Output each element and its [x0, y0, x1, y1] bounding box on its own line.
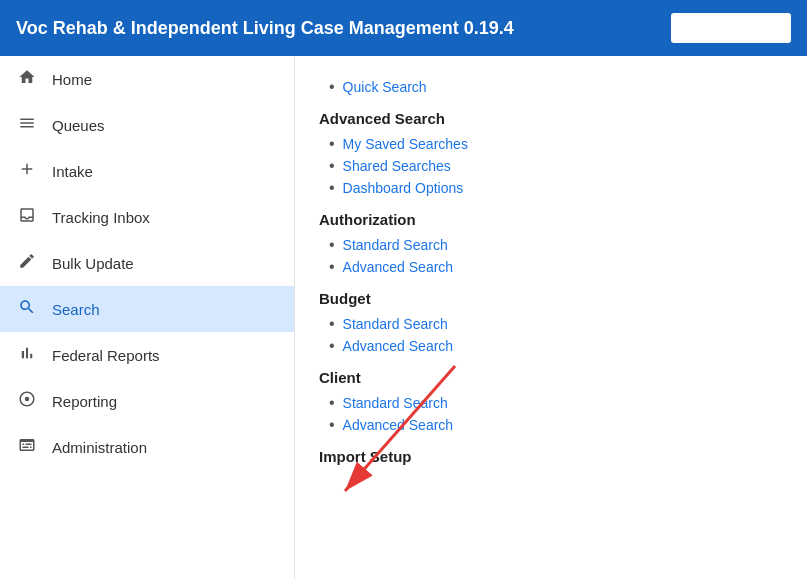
sidebar-item-tracking-inbox[interactable]: Tracking Inbox: [0, 194, 294, 240]
reporting-icon: [16, 390, 38, 412]
list-item: Standard Search: [329, 392, 783, 414]
list-item: Quick Search: [329, 76, 783, 98]
client-standard-search-link[interactable]: Standard Search: [343, 395, 448, 411]
client-heading: Client: [319, 369, 783, 386]
client-advanced-search-link[interactable]: Advanced Search: [343, 417, 454, 433]
list-item: Standard Search: [329, 313, 783, 335]
sidebar-label-home: Home: [52, 71, 92, 88]
app-layout: Home Queues Intake Tracking Inbox: [0, 56, 807, 579]
sidebar-label-search: Search: [52, 301, 100, 318]
list-item: Dashboard Options: [329, 177, 783, 199]
dashboard-options-link[interactable]: Dashboard Options: [343, 180, 464, 196]
intake-icon: [16, 160, 38, 182]
authorization-standard-search-link[interactable]: Standard Search: [343, 237, 448, 253]
sidebar-item-intake[interactable]: Intake: [0, 148, 294, 194]
header-search-box[interactable]: [671, 13, 791, 43]
main-content: Quick Search Advanced Search My Saved Se…: [295, 56, 807, 579]
list-item: My Saved Searches: [329, 133, 783, 155]
tracking-inbox-icon: [16, 206, 38, 228]
my-saved-searches-link[interactable]: My Saved Searches: [343, 136, 468, 152]
shared-searches-link[interactable]: Shared Searches: [343, 158, 451, 174]
authorization-advanced-search-link[interactable]: Advanced Search: [343, 259, 454, 275]
sidebar-item-home[interactable]: Home: [0, 56, 294, 102]
search-icon: [16, 298, 38, 320]
budget-list: Standard Search Advanced Search: [329, 313, 783, 357]
sidebar-item-bulk-update[interactable]: Bulk Update: [0, 240, 294, 286]
home-icon: [16, 68, 38, 90]
sidebar-item-queues[interactable]: Queues: [0, 102, 294, 148]
list-item: Advanced Search: [329, 256, 783, 278]
import-setup-heading: Import Setup: [319, 448, 783, 465]
advanced-search-list: My Saved Searches Shared Searches Dashbo…: [329, 133, 783, 199]
authorization-heading: Authorization: [319, 211, 783, 228]
list-item: Standard Search: [329, 234, 783, 256]
sidebar-label-reporting: Reporting: [52, 393, 117, 410]
sidebar: Home Queues Intake Tracking Inbox: [0, 56, 295, 579]
client-list: Standard Search Advanced Search: [329, 392, 783, 436]
federal-reports-icon: [16, 344, 38, 366]
list-item: Advanced Search: [329, 335, 783, 357]
bulk-update-icon: [16, 252, 38, 274]
svg-point-0: [25, 397, 30, 402]
sidebar-label-administration: Administration: [52, 439, 147, 456]
administration-icon: [16, 436, 38, 458]
sidebar-item-search[interactable]: Search: [0, 286, 294, 332]
advanced-search-heading: Advanced Search: [319, 110, 783, 127]
sidebar-label-federal-reports: Federal Reports: [52, 347, 160, 364]
budget-heading: Budget: [319, 290, 783, 307]
sidebar-label-intake: Intake: [52, 163, 93, 180]
sidebar-item-administration[interactable]: Administration: [0, 424, 294, 470]
sidebar-label-queues: Queues: [52, 117, 105, 134]
app-container: Voc Rehab & Independent Living Case Mana…: [0, 0, 807, 579]
sidebar-item-federal-reports[interactable]: Federal Reports: [0, 332, 294, 378]
sidebar-item-reporting[interactable]: Reporting: [0, 378, 294, 424]
authorization-list: Standard Search Advanced Search: [329, 234, 783, 278]
sidebar-label-tracking-inbox: Tracking Inbox: [52, 209, 150, 226]
list-item: Shared Searches: [329, 155, 783, 177]
queues-icon: [16, 114, 38, 136]
budget-standard-search-link[interactable]: Standard Search: [343, 316, 448, 332]
sidebar-label-bulk-update: Bulk Update: [52, 255, 134, 272]
budget-advanced-search-link[interactable]: Advanced Search: [343, 338, 454, 354]
quick-search-list: Quick Search: [329, 76, 783, 98]
app-header: Voc Rehab & Independent Living Case Mana…: [0, 0, 807, 56]
app-title: Voc Rehab & Independent Living Case Mana…: [16, 18, 514, 39]
list-item: Advanced Search: [329, 414, 783, 436]
quick-search-link[interactable]: Quick Search: [343, 79, 427, 95]
